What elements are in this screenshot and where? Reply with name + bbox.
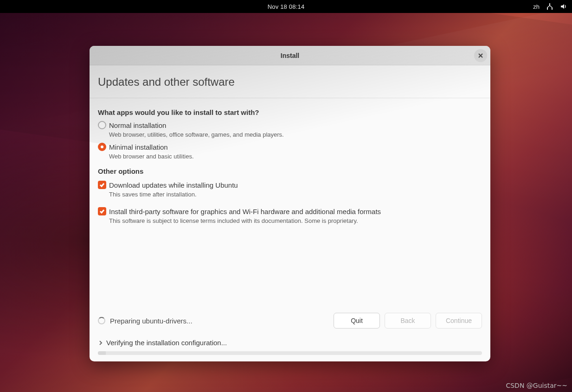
option-normal-label: Normal installation xyxy=(109,121,166,129)
svg-rect-0 xyxy=(549,3,550,6)
checkbox-thirdparty[interactable] xyxy=(98,207,106,215)
check-updates-label: Download updates while installing Ubuntu xyxy=(109,181,238,189)
content-area: Updates and other software What apps wou… xyxy=(90,65,490,361)
quit-button[interactable]: Quit xyxy=(334,313,380,329)
volume-icon[interactable] xyxy=(560,3,567,10)
progress-bar xyxy=(98,351,482,355)
status-text: Preparing ubuntu-drivers... xyxy=(110,317,193,325)
page-heading: Updates and other software xyxy=(98,76,482,89)
back-button-label: Back xyxy=(400,317,415,324)
other-options-label: Other options xyxy=(98,167,482,175)
spinner-icon xyxy=(98,317,105,324)
check-thirdparty-row[interactable]: Install third-party software for graphic… xyxy=(98,207,482,215)
radio-minimal[interactable] xyxy=(98,143,106,151)
continue-button[interactable]: Continue xyxy=(436,313,482,329)
divider xyxy=(90,98,490,98)
watermark: CSDN @Guistar~~ xyxy=(506,382,567,389)
install-question: What apps would you like to install to s… xyxy=(98,108,482,116)
chevron-right-icon xyxy=(98,340,103,346)
quit-button-label: Quit xyxy=(351,317,363,324)
status-area: Preparing ubuntu-drivers... xyxy=(98,317,329,325)
option-minimal-desc: Web browser and basic utilities. xyxy=(109,153,482,160)
close-button[interactable] xyxy=(474,49,487,62)
clock: Nov 18 08:14 xyxy=(268,3,305,10)
svg-rect-2 xyxy=(552,7,553,10)
titlebar: Install xyxy=(90,46,490,65)
desktop-wallpaper: Install Updates and other software What … xyxy=(0,13,572,392)
option-normal[interactable]: Normal installation xyxy=(98,121,482,129)
option-minimal[interactable]: Minimal installation xyxy=(98,143,482,151)
progress-fill xyxy=(98,351,106,355)
option-normal-desc: Web browser, utilities, office software,… xyxy=(109,131,482,138)
check-updates-desc: This saves time after installation. xyxy=(109,191,482,198)
status-icons: zh xyxy=(533,0,567,13)
window-title: Install xyxy=(281,52,299,59)
expand-verify[interactable]: Verifying the installation configuration… xyxy=(98,339,482,351)
ime-indicator[interactable]: zh xyxy=(533,3,540,10)
expand-verify-label: Verifying the installation configuration… xyxy=(106,339,227,347)
radio-normal[interactable] xyxy=(98,121,106,129)
installer-window: Install Updates and other software What … xyxy=(90,46,490,361)
option-minimal-label: Minimal installation xyxy=(109,143,168,151)
check-updates-row[interactable]: Download updates while installing Ubuntu xyxy=(98,181,482,189)
footer-row: Preparing ubuntu-drivers... Quit Back Co… xyxy=(98,313,482,339)
back-button[interactable]: Back xyxy=(385,313,431,329)
svg-rect-1 xyxy=(547,7,548,10)
checkbox-updates[interactable] xyxy=(98,181,106,189)
continue-button-label: Continue xyxy=(446,317,472,324)
top-bar: Nov 18 08:14 zh xyxy=(0,0,572,13)
check-thirdparty-label: Install third-party software for graphic… xyxy=(109,208,381,215)
network-icon[interactable] xyxy=(546,3,553,10)
check-thirdparty-desc: This software is subject to license term… xyxy=(109,217,482,224)
